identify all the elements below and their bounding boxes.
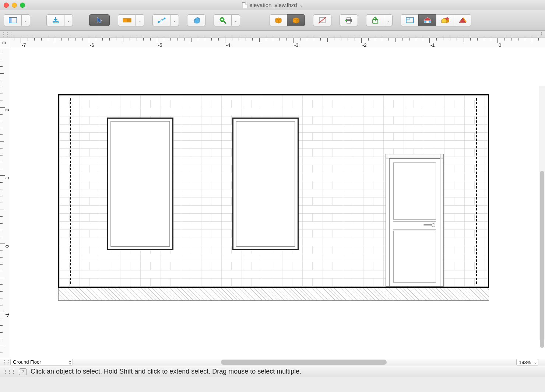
import-menu[interactable]: ⌵ [64, 14, 73, 26]
zoom-tool-menu[interactable]: ⌵ [231, 14, 240, 26]
chevron-down-icon: ⌵ [387, 18, 389, 22]
door-1[interactable] [386, 154, 444, 287]
sidebar-toggle-menu[interactable]: ⌵ [21, 14, 30, 26]
dimension-tool-menu[interactable]: ⌵ [170, 14, 179, 26]
render-view-button[interactable] [454, 14, 471, 26]
svg-rect-22 [406, 18, 409, 20]
share-button[interactable] [366, 14, 384, 26]
status-bar: ⋮⋮⋮ ? Click an object to select. Hold Sh… [0, 366, 545, 377]
horizontal-ruler[interactable]: -7-6-5-4-3-2-10 [10, 38, 545, 48]
grip-icon[interactable]: ⋮⋮⋮ [1, 32, 13, 37]
house-elevation-icon [423, 17, 432, 24]
zoom-tool-button[interactable] [214, 14, 231, 26]
wall-icon [123, 17, 131, 23]
minimize-window-button[interactable] [12, 3, 17, 8]
level-selector[interactable]: Ground Floor ▴▾ [10, 359, 73, 365]
cube-filled-icon [292, 17, 300, 24]
fullscreen-window-button[interactable] [20, 3, 25, 8]
window-controls [4, 3, 25, 8]
ruler-unit-label: m [0, 38, 10, 48]
status-hint: Click an object to select. Hold Shift an… [31, 368, 301, 375]
chevron-down-icon: ⌵ [173, 18, 176, 22]
share-menu[interactable]: ⌵ [384, 14, 393, 26]
svg-rect-18 [347, 21, 351, 23]
sidebar-icon [9, 17, 17, 23]
horizontal-scrollbar-thumb[interactable] [221, 360, 387, 365]
wall-elevation[interactable] [58, 94, 489, 288]
section-tool-button[interactable] [313, 14, 331, 26]
svg-point-9 [161, 20, 162, 21]
svg-rect-5 [127, 18, 131, 22]
plan-view-button[interactable] [401, 14, 418, 26]
door-handle-icon [423, 224, 435, 225]
wall-edge-marker-left [70, 98, 71, 284]
svg-rect-2 [53, 22, 58, 23]
chevron-down-icon: ⌄ [299, 3, 303, 8]
toolbar: ⌵ ⌵ ⌵ ⌵ ⌵ [0, 10, 545, 31]
download-icon [52, 17, 59, 24]
document-icon [242, 2, 247, 8]
elevation-drawing [58, 94, 489, 301]
ruler-options-bar: ⋮⋮⋮ i [0, 31, 545, 38]
wall-edge-marker-right [476, 98, 477, 284]
print-icon [344, 17, 353, 24]
3d-view-b-button[interactable] [287, 14, 305, 26]
chevron-down-icon: ⌵ [139, 18, 141, 22]
chevron-down-icon: ⌵ [25, 18, 27, 22]
zoom-value: 193% [519, 360, 531, 365]
svg-rect-23 [426, 21, 429, 23]
updown-icon: ▴▾ [69, 359, 71, 366]
grip-icon[interactable]: ⋮⋮⋮ [3, 369, 15, 374]
share-icon [372, 17, 379, 24]
svg-rect-17 [347, 17, 351, 20]
svg-rect-1 [9, 18, 11, 23]
dimension-tool-button[interactable] [152, 14, 170, 26]
document-filename: elevation_view.lhzd [249, 2, 297, 8]
titlebar: elevation_view.lhzd ⌄ [0, 0, 545, 10]
cube-icon [274, 17, 282, 24]
wall-tool-button[interactable] [118, 14, 136, 26]
info-icon[interactable]: i [541, 31, 542, 38]
chevron-down-icon: ⌵ [67, 18, 70, 22]
select-tool-button[interactable] [89, 14, 110, 26]
svg-line-11 [224, 21, 226, 23]
pan-tool-button[interactable] [187, 14, 205, 26]
level-bar: ⋮⋮⋮ Ground Floor ▴▾ 193% ⌵ [0, 358, 545, 366]
plan-icon [405, 17, 414, 24]
cursor-icon [96, 17, 103, 24]
help-icon[interactable]: ? [19, 368, 27, 375]
svg-point-7 [158, 21, 159, 23]
level-name: Ground Floor [13, 359, 41, 365]
window-1[interactable] [107, 118, 173, 250]
canvas[interactable] [10, 48, 545, 358]
3d-view-a-button[interactable] [270, 14, 287, 26]
window-2[interactable] [232, 118, 299, 250]
section-icon [318, 17, 327, 24]
dimension-icon [158, 17, 166, 24]
close-window-button[interactable] [4, 3, 9, 8]
house-roof-icon [458, 17, 467, 24]
svg-point-8 [164, 18, 165, 20]
wall-tool-menu[interactable]: ⌵ [136, 14, 144, 26]
svg-line-15 [319, 17, 326, 23]
elevation-view-button[interactable] [418, 14, 436, 26]
print-button[interactable] [340, 14, 358, 26]
horizontal-scrollbar[interactable] [199, 360, 508, 365]
chevron-down-icon: ⌵ [235, 18, 237, 22]
hand-icon [192, 17, 200, 24]
import-button[interactable] [46, 14, 64, 26]
house-3d-icon [440, 17, 450, 24]
zoom-selector[interactable]: 193% ⌵ [516, 359, 538, 365]
workspace: m -7-6-5-4-3-2-10 3210-1 [0, 38, 545, 366]
vertical-scrollbar[interactable] [539, 86, 545, 340]
vertical-ruler[interactable]: 3210-1 [0, 48, 10, 358]
zoom-in-icon [219, 17, 226, 24]
chevron-down-icon: ⌵ [534, 360, 537, 364]
perspective-view-button[interactable] [436, 14, 454, 26]
ground-hatch [58, 288, 489, 301]
document-title[interactable]: elevation_view.lhzd ⌄ [242, 2, 303, 8]
vertical-scrollbar-thumb[interactable] [540, 171, 544, 348]
sidebar-toggle-button[interactable] [4, 14, 21, 26]
